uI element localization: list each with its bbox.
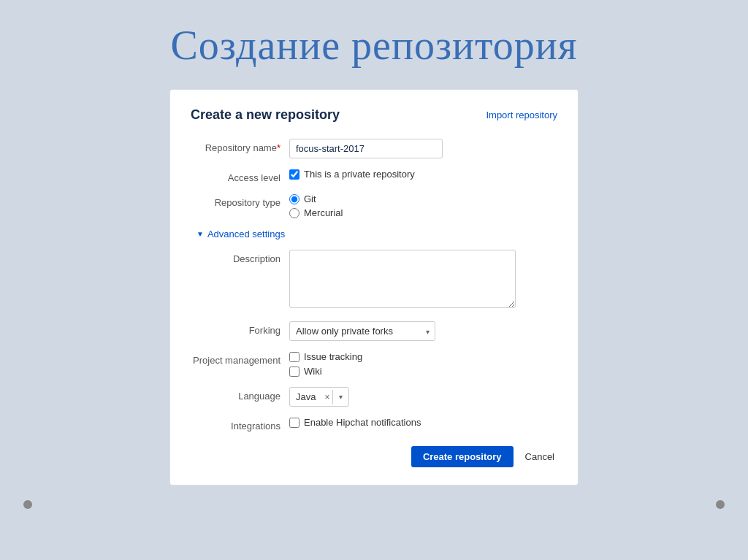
integrations-row: Integrations Enable Hipchat notification… [191, 417, 557, 431]
hipchat-checkbox[interactable] [289, 418, 299, 428]
page-title: Создание репозитория [171, 22, 578, 69]
private-repo-checkbox[interactable] [289, 169, 299, 180]
forking-row: Forking Allow forks Allow only private f… [191, 321, 557, 341]
private-repo-label: This is a private repository [304, 169, 415, 180]
import-repository-link[interactable]: Import repository [486, 110, 557, 120]
language-row: Language Java × ▾ [191, 387, 557, 407]
cancel-button[interactable]: Cancel [522, 446, 557, 467]
project-management-label: Project management [191, 351, 289, 366]
advanced-settings-label: Advanced settings [207, 229, 285, 239]
repo-type-git-label: Git [304, 193, 316, 204]
repo-type-radio-group: Git Mercurial [289, 193, 557, 218]
advanced-settings-toggle[interactable]: ▼ Advanced settings [196, 229, 557, 239]
create-repository-button[interactable]: Create repository [411, 446, 514, 467]
repo-type-git-row: Git [289, 193, 557, 204]
repo-type-control: Git Mercurial [289, 193, 557, 218]
hipchat-checkbox-row: Enable Hipchat notifications [289, 417, 557, 428]
description-textarea[interactable] [289, 250, 516, 308]
repo-type-row: Repository type Git Mercurial [191, 193, 557, 218]
language-select-container: Java × ▾ [289, 387, 349, 407]
card-header: Create a new repository Import repositor… [191, 107, 557, 123]
access-level-row: Access level This is a private repositor… [191, 169, 557, 183]
access-level-label: Access level [191, 169, 289, 183]
action-row: Create repository Cancel [191, 446, 557, 467]
forking-control: Allow forks Allow only private forks No … [289, 321, 557, 341]
hipchat-label: Enable Hipchat notifications [304, 417, 421, 428]
integrations-label: Integrations [191, 417, 289, 431]
language-clear-button[interactable]: × [321, 388, 332, 406]
repo-type-git-radio[interactable] [289, 194, 299, 204]
repo-type-mercurial-label: Mercurial [304, 207, 343, 218]
language-control: Java × ▾ [289, 387, 557, 407]
card-title: Create a new repository [191, 107, 340, 123]
wiki-row: Wiki [289, 366, 557, 377]
wiki-label: Wiki [304, 366, 322, 377]
forking-select-wrap: Allow forks Allow only private forks No … [289, 321, 435, 341]
wiki-checkbox[interactable] [289, 367, 299, 377]
issue-tracking-label: Issue tracking [304, 351, 362, 362]
issue-tracking-row: Issue tracking [289, 351, 557, 362]
description-control [289, 250, 557, 311]
access-level-control: This is a private repository [289, 169, 557, 180]
language-label: Language [191, 387, 289, 402]
repo-type-mercurial-radio[interactable] [289, 208, 299, 218]
bottom-dots [16, 500, 732, 509]
integrations-control: Enable Hipchat notifications [289, 417, 557, 428]
repo-name-control [289, 139, 557, 158]
bottom-dot-left [23, 500, 32, 509]
bottom-dot-right [716, 500, 725, 509]
repo-type-label: Repository type [191, 193, 289, 208]
project-management-control: Issue tracking Wiki [289, 351, 557, 377]
language-value: Java [290, 388, 321, 406]
description-label: Description [191, 250, 289, 264]
repo-type-mercurial-row: Mercurial [289, 207, 557, 218]
chevron-down-icon: ▼ [196, 230, 204, 238]
repo-name-row: Repository name* [191, 139, 557, 158]
create-repo-card: Create a new repository Import repositor… [169, 89, 579, 486]
repo-name-label: Repository name* [191, 139, 289, 153]
forking-label: Forking [191, 321, 289, 336]
description-row: Description [191, 250, 557, 311]
forking-select[interactable]: Allow forks Allow only private forks No … [289, 321, 435, 341]
repo-name-input[interactable] [289, 139, 443, 158]
project-management-row: Project management Issue tracking Wiki [191, 351, 557, 377]
private-repo-checkbox-row: This is a private repository [289, 169, 557, 180]
issue-tracking-checkbox[interactable] [289, 352, 299, 362]
project-management-group: Issue tracking Wiki [289, 351, 557, 377]
language-dropdown-icon[interactable]: ▾ [333, 389, 348, 404]
